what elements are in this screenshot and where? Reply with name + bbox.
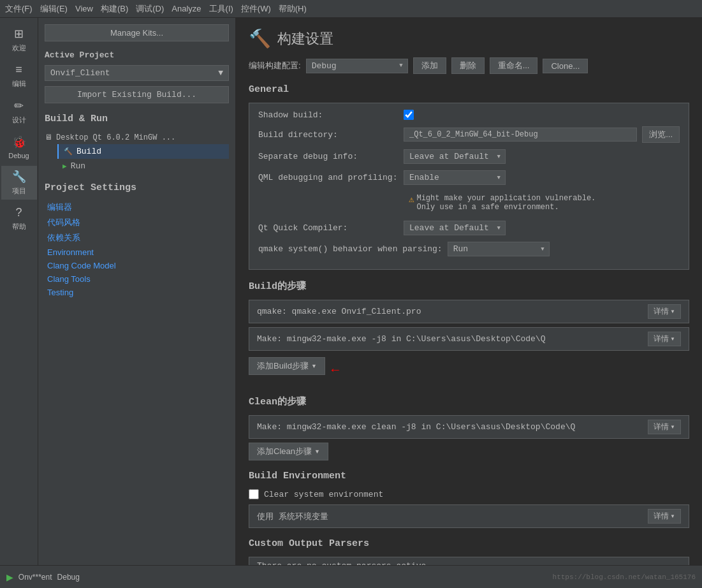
monitor-icon: 🖥 [45,133,52,142]
build-steps-header: Build的步骤 [249,280,689,292]
menu-edit[interactable]: 编辑(E) [40,3,68,15]
sidebar-label-help: 帮助 [12,222,26,232]
qt-quick-dropdown[interactable]: Leave at Default [404,221,506,235]
rename-config-button[interactable]: 重命名... [490,57,538,74]
qmake-step-row: qmake: qmake.exe Onvif_Client.pro 详情 [249,300,689,323]
separate-debug-dropdown-wrapper: Leave at Default [404,149,506,164]
active-project-label: Active Project [45,50,229,60]
settings-link-environment[interactable]: Environment [45,246,229,259]
sidebar-item-design[interactable]: ✏ 设计 [1,95,37,129]
hammer-small-icon: 🔨 [64,147,73,156]
sidebar-item-project[interactable]: 🔧 项目 [1,166,37,200]
kit-name: Desktop Qt 6.0.2 MinGW ... [56,133,175,142]
delete-config-button[interactable]: 删除 [451,57,485,74]
settings-link-code-style[interactable]: 代码风格 [45,215,229,230]
custom-parsers-header: Custom Output Parsers [249,538,689,549]
sidebar-label-design: 设计 [12,115,26,125]
clear-env-checkbox[interactable] [249,489,259,499]
clear-env-row: Clear system environment [249,489,689,499]
qt-quick-label: Qt Quick Compiler: [258,223,399,233]
right-panel: 🔨 构建设置 编辑构建配置: Debug 添加 删除 重命名... Clone.… [236,18,702,588]
env-var-row: 使用 系统环境变量 详情 [249,504,689,528]
warning-icon: ⚠ [409,194,414,205]
env-details-button[interactable]: 详情 [648,509,681,524]
general-settings-box: Shadow build: Build directory: 浏览... Sep… [249,103,689,270]
make-clean-step-text: Make: mingw32-make.exe clean -j8 in C:\U… [257,422,575,432]
run-label: Run [71,161,85,171]
settings-link-editor[interactable]: 编辑器 [45,200,229,215]
import-existing-build-button[interactable]: Import Existing Build... [45,86,229,103]
make-details-button[interactable]: 详情 [648,332,681,346]
separate-debug-dropdown[interactable]: Leave at Default [404,149,506,164]
shadow-build-checkbox[interactable] [404,110,414,120]
play-button[interactable]: ▶ [6,570,13,584]
qml-debug-dropdown-wrapper: Enable [404,170,506,185]
clone-config-button[interactable]: Clone... [543,59,588,73]
make-clean-step-row: Make: mingw32-make.exe clean -j8 in C:\U… [249,415,689,439]
build-dir-input[interactable] [404,128,637,142]
env-var-text: 使用 系统环境变量 [257,511,328,522]
qml-debug-dropdown[interactable]: Enable [404,170,506,185]
qmake-behavior-dropdown-wrapper: Run [448,242,550,256]
sidebar-item-help[interactable]: ? 帮助 [1,202,37,235]
qt-quick-row: Qt Quick Compiler: Leave at Default [258,221,680,235]
clean-steps-header: Clean的步骤 [249,395,689,408]
menu-analyze[interactable]: Analyze [172,4,201,13]
design-icon: ✏ [14,99,24,113]
bottom-bar: ▶ Onv***ent Debug https://blog.csdn.net/… [0,565,702,588]
menu-help[interactable]: 帮助(H) [279,3,307,15]
menu-build[interactable]: 构建(B) [101,3,128,15]
qml-debug-label: QML debugging and profiling: [258,173,399,182]
build-dir-label: Build directory: [258,130,399,140]
sidebar-item-edit[interactable]: ≡ 编辑 [1,59,37,92]
warning-box: ⚠ Might make your application vulnerable… [404,191,680,214]
qmake-behavior-dropdown[interactable]: Run [448,242,550,256]
warning-content: Might make your application vulnerable.O… [416,194,596,212]
project-name: Onvif_Client [50,68,110,78]
warning-text: ⚠ Might make your application vulnerable… [409,194,675,212]
sidebar-item-welcome[interactable]: ⊞ 欢迎 [1,23,37,57]
sidebar-item-debug[interactable]: 🐞 Debug [1,131,37,163]
welcome-icon: ⊞ [14,27,24,41]
settings-link-testing[interactable]: Testing [45,286,229,299]
page-title: 构建设置 [277,29,333,48]
sidebar-label-edit: 编辑 [12,79,26,89]
sidebar-label-project: 项目 [12,186,26,196]
sidebar-label-debug: Debug [8,152,29,159]
config-row: 编辑构建配置: Debug 添加 删除 重命名... Clone... [249,57,689,74]
menu-view[interactable]: View [75,4,93,13]
run-subitem[interactable]: ▶ Run [57,159,229,173]
make-step-row: Make: mingw32-make.exe -j8 in C:\Users\a… [249,327,689,351]
settings-link-dependencies[interactable]: 依赖关系 [45,230,229,246]
settings-link-clang-tools[interactable]: Clang Tools [45,272,229,286]
add-clean-step-button[interactable]: 添加Clean步骤 [249,443,328,460]
main-layout: ⊞ 欢迎 ≡ 编辑 ✏ 设计 🐞 Debug 🔧 项目 ? 帮助 Manage … [0,18,702,588]
qmake-step-text: qmake: qmake.exe Onvif_Client.pro [257,307,421,316]
add-config-button[interactable]: 添加 [413,57,446,74]
menu-tools[interactable]: 工具(I) [209,3,233,15]
bottom-url: https://blog.csdn.net/watan_165176 [553,573,696,581]
hammer-icon: 🔨 [249,28,271,50]
settings-link-clang-code-model[interactable]: Clang Code Model [45,259,229,272]
project-dropdown[interactable]: Onvif_Client ▼ [45,65,229,81]
qmake-behavior-row: qmake system() behavior when parsing: Ru… [258,242,680,256]
manage-kits-button[interactable]: Manage Kits... [45,24,229,41]
make-step-text: Make: mingw32-make.exe -j8 in C:\Users\a… [257,334,545,344]
menu-controls[interactable]: 控件(W) [241,3,271,15]
left-panel: Manage Kits... Active Project Onvif_Clie… [38,18,236,588]
qmake-details-button[interactable]: 详情 [648,304,681,319]
add-build-step-button[interactable]: 添加Build步骤 [249,357,325,375]
config-dropdown[interactable]: Debug [306,59,408,73]
qml-debug-row: QML debugging and profiling: Enable [258,170,680,185]
make-clean-details-button[interactable]: 详情 [648,420,681,434]
build-env-header: Build Environment [249,471,689,481]
build-run-title: Build & Run [45,114,229,124]
browse-button[interactable]: 浏览... [642,126,680,143]
menu-debug[interactable]: 调试(D) [136,3,164,15]
build-dir-row: Build directory: 浏览... [258,126,680,143]
menu-file[interactable]: 文件(F) [5,3,33,15]
config-label: 编辑构建配置: [249,60,301,71]
bottom-project-name: Onv***ent [18,573,52,582]
kit-item[interactable]: 🖥 Desktop Qt 6.0.2 MinGW ... [45,131,229,144]
build-subitem[interactable]: 🔨 Build [57,144,229,159]
